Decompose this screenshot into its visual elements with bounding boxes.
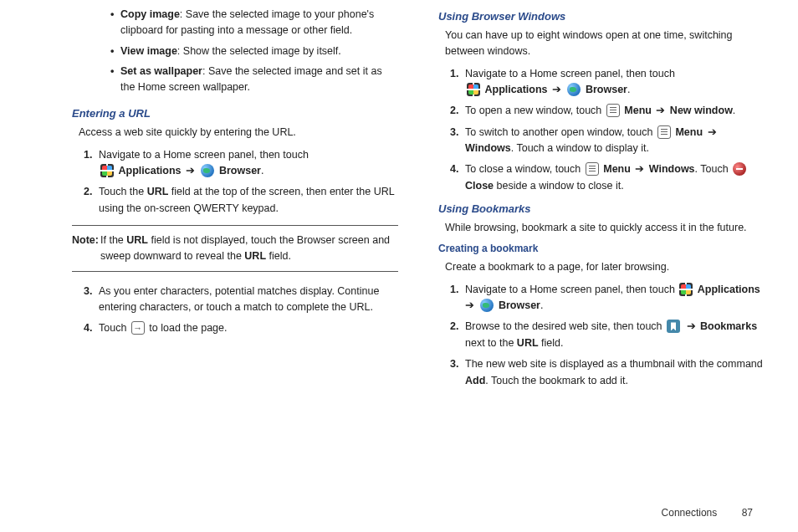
browser-icon bbox=[480, 299, 494, 312]
url-intro: Access a web site quickly by entering th… bbox=[79, 125, 398, 141]
windows-steps: Navigate to a Home screen panel, then to… bbox=[443, 66, 765, 195]
page-footer: Connections 87 bbox=[662, 507, 753, 519]
url-step-4: Touch to load the page. bbox=[95, 320, 398, 336]
left-column: Copy image: Save the selected image to y… bbox=[72, 7, 398, 397]
heading-create-bookmark: Creating a bookmark bbox=[438, 243, 765, 254]
windows-intro: You can have up to eight windows open at… bbox=[445, 28, 765, 59]
image-options-list: Copy image: Save the selected image to y… bbox=[77, 7, 398, 95]
browser-icon bbox=[201, 164, 214, 177]
bullet-view-image: View image: Show the selected image by i… bbox=[110, 43, 398, 59]
url-step-1: Navigate to a Home screen panel, then to… bbox=[95, 147, 398, 180]
bookmarks-icon bbox=[667, 320, 680, 333]
applications-icon bbox=[679, 283, 693, 296]
win-step-3: To switch to another open window, touch … bbox=[462, 125, 765, 157]
menu-icon bbox=[586, 162, 599, 176]
win-step-2: To open a new window, touch Menu ➔ New w… bbox=[462, 103, 765, 119]
bm-step-3: The new web site is displayed as a thumb… bbox=[462, 356, 765, 389]
heading-browser-windows: Using Browser Windows bbox=[438, 10, 765, 23]
bookmarks-intro: While browsing, bookmark a site to quick… bbox=[445, 220, 765, 236]
bm-step-1: Navigate to a Home screen panel, then to… bbox=[462, 282, 765, 315]
page-content: Copy image: Save the selected image to y… bbox=[0, 0, 798, 397]
menu-icon bbox=[606, 104, 620, 117]
url-steps-top: Navigate to a Home screen panel, then to… bbox=[77, 147, 398, 217]
footer-page-number: 87 bbox=[742, 507, 753, 519]
bm-step-2: Browse to the desired web site, then tou… bbox=[462, 319, 765, 351]
url-step-2: Touch the URL field at the top of the sc… bbox=[95, 184, 398, 217]
heading-bookmarks: Using Bookmarks bbox=[438, 202, 765, 215]
note-label: Note: bbox=[72, 233, 99, 248]
applications-icon bbox=[100, 164, 114, 177]
url-step-3: As you enter characters, potential match… bbox=[95, 284, 398, 316]
create-bookmark-intro: Create a bookmark to a page, for later b… bbox=[445, 259, 765, 275]
bookmark-steps: Navigate to a Home screen panel, then to… bbox=[443, 282, 765, 389]
right-column: Using Browser Windows You can have up to… bbox=[438, 7, 765, 397]
heading-entering-url: Entering a URL bbox=[72, 107, 398, 120]
menu-icon bbox=[657, 125, 671, 139]
applications-icon bbox=[467, 83, 480, 96]
note-block: Note: If the URL field is not displayed,… bbox=[72, 225, 398, 272]
win-step-1: Navigate to a Home screen panel, then to… bbox=[462, 66, 765, 99]
bullet-set-wallpaper: Set as wallpaper: Save the selected imag… bbox=[110, 64, 398, 95]
close-icon bbox=[733, 162, 746, 176]
note-body: If the URL field is not displayed, touch… bbox=[72, 233, 398, 264]
url-steps-bottom: As you enter characters, potential match… bbox=[77, 284, 398, 337]
bullet-copy-image: Copy image: Save the selected image to y… bbox=[110, 7, 398, 38]
browser-icon bbox=[567, 83, 581, 96]
footer-section: Connections bbox=[662, 507, 718, 519]
win-step-4: To close a window, touch Menu ➔ Windows.… bbox=[462, 161, 765, 194]
go-arrow-icon bbox=[131, 321, 145, 335]
